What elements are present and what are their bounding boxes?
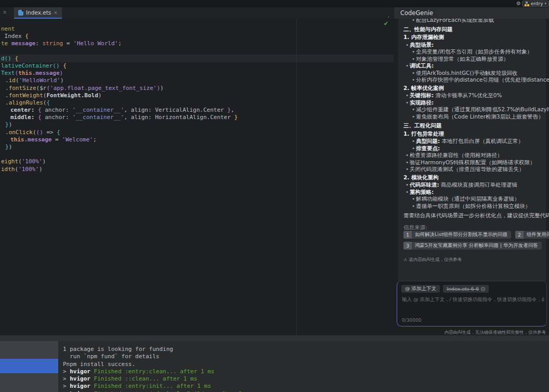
warning-icon: ⚠ — [403, 257, 407, 262]
code-token: ) — [43, 158, 46, 165]
source-chip[interactable]: 3鸿蒙5开发宝藏案例分享 分析帧率问题 | 华为开发者问答 — [403, 242, 542, 250]
code-token: , — [124, 107, 131, 113]
code-line: middle: { anchor: '__container__', align… — [1, 114, 238, 121]
chat-input-box[interactable]: @ 添加上下文 Index.ets 6-6 输入 @ 添加上下文，/ 快速切换功… — [397, 281, 547, 326]
context-chip-row: @ 添加上下文 Index.ets 6-6 — [401, 285, 489, 293]
code-token: VerticalAlign.Center — [155, 107, 224, 113]
settings-gear-icon[interactable]: ⚙ — [516, 1, 521, 7]
source-chip-row: 3鸿蒙5开发宝藏案例分享 分析帧率问题 | 华为开发者问答 — [403, 242, 549, 250]
code-token: alignRules — [9, 99, 43, 106]
run-config-label: entry — [531, 1, 543, 6]
code-token: onClick — [9, 129, 33, 136]
tab-index-ets[interactable]: Index.ets × — [14, 7, 62, 19]
bullet-item: 关闭代码混淆测试（排查压缩导致的逻辑丢失） — [403, 166, 549, 173]
assistant-panel-header: CodeGenie — [394, 7, 549, 19]
code-token: id — [9, 77, 16, 84]
terminal-token: hvigor — [70, 375, 94, 382]
code-token: anchor: — [45, 114, 72, 121]
bullet-label: 关键指标: — [410, 92, 434, 98]
code-token: . — [5, 99, 9, 106]
code-editor[interactable]: ✔ nent Index {te message: string = 'Hell… — [0, 19, 394, 335]
panel-separator[interactable] — [0, 335, 549, 341]
code-token: align: — [131, 107, 155, 113]
section-heading: 2. 模块化重构 — [403, 174, 549, 181]
tab-close-icon[interactable]: × — [54, 10, 58, 15]
code-token: 'HelloWorld' — [19, 77, 60, 84]
window-top-bar: ⚙ entry ▾ — [0, 0, 549, 7]
code-token: center: — [10, 107, 38, 113]
run-config-selector[interactable]: entry ▾ — [522, 1, 549, 7]
code-token: ) — [9, 121, 12, 128]
code-line: te message: string = 'Hello World'; — [1, 40, 238, 47]
bullet-item: 典型问题: 本地打包后白屏（真机调试正常） — [403, 138, 549, 145]
section-heading: 1. 内存泄漏检测 — [403, 34, 549, 41]
code-token: ; — [118, 40, 122, 47]
terminal-token: 1 package is looking for funding — [63, 346, 173, 352]
code-token: ) — [9, 143, 12, 150]
terminal-panel[interactable]: 1 package is looking for funding run `np… — [0, 341, 549, 392]
section-heading: 三、工程化问题 — [403, 122, 549, 129]
code-token: idth — [1, 166, 15, 173]
source-number: 2 — [515, 231, 524, 239]
code-token: string — [42, 40, 63, 47]
code-token: $r — [40, 85, 46, 92]
code-token: } — [231, 114, 238, 121]
code-token: } — [224, 107, 231, 113]
terminal-token: > — [63, 375, 70, 382]
code-token: ( — [16, 77, 19, 84]
bullet-item: 配合LazyForEach实现按需加载 — [403, 19, 549, 24]
ets-file-icon — [18, 10, 23, 16]
code-line: .fontSize($r('app.float.page_text_font_s… — [1, 85, 238, 92]
code-line: Text(this.message) — [1, 70, 238, 77]
bullet-item: 对象池管理异常（如未正确释放资源） — [403, 56, 549, 63]
code-token: ( — [33, 129, 36, 136]
terminal-token: > — [63, 368, 70, 375]
prev-tab-close-icon[interactable]: × — [3, 9, 7, 15]
eye-icon[interactable] — [481, 287, 485, 291]
code-token: nent — [1, 25, 15, 32]
file-context-chip[interactable]: Index.ets 6-6 — [443, 285, 489, 293]
code-token: = — [51, 136, 62, 143]
terminal-token: hvigor — [70, 368, 94, 375]
code-token: '100%' — [22, 158, 43, 165]
code-token: { — [38, 107, 45, 113]
paragraph: 需要结合具体代码场景进一步分析优化点，建议提供完整代码片段以便精准定位问题 — [403, 212, 549, 219]
source-chips: 1如何解决List组件部分分割线不显示的问题2组件复用问题诊断分析3鸿蒙5开发宝… — [403, 231, 549, 253]
bullet-label: 实现路径: — [410, 99, 434, 106]
terminal-token: Pnpm install success. — [63, 361, 135, 368]
code-token: lativeContainer() — [1, 62, 63, 69]
code-token: '__container__' — [72, 107, 124, 113]
code-token: => — [43, 129, 57, 136]
code-line — [1, 151, 238, 158]
code-token: , — [231, 107, 234, 113]
terminal-token: Finished :entry:clean... after 1 ms — [94, 368, 215, 375]
selected-list-item[interactable] — [0, 359, 58, 373]
code-token: { — [38, 114, 45, 121]
terminal-line: run `npm fund` for details — [63, 353, 252, 360]
code-token: Index — [1, 33, 25, 40]
code-line: }) — [1, 121, 238, 128]
bullet-item: 排查要点: — [403, 145, 549, 152]
bullet-item: 减少组件重建（通过复用机制降低52.7%的BuildLazyItem耗时） — [403, 106, 549, 113]
code-token: { — [15, 55, 19, 62]
code-token: () — [36, 129, 43, 136]
add-context-chip[interactable]: @ 添加上下文 — [401, 285, 440, 293]
chat-input-placeholder[interactable]: 输入 @ 添加上下文，/ 快速切换功能指令，快速切换功能指令，此功能会上传代码 — [402, 296, 544, 303]
source-chip[interactable]: 1如何解决List组件部分分割线不显示的问题 — [403, 231, 511, 239]
code-token: } — [5, 143, 9, 150]
code-line: .fontWeight(FontWeight.Bold) — [1, 92, 238, 99]
source-chip[interactable]: 2组件复用问题诊断分析 — [515, 231, 549, 239]
code-line: .alignRules({ — [1, 99, 238, 107]
code-token: message — [11, 40, 35, 47]
code-token: middle: — [10, 114, 38, 121]
source-title: 组件复用问题诊断分析 — [527, 231, 549, 238]
code-token: ) — [98, 92, 102, 99]
code-token: 'app.float.page_text_font_size' — [50, 85, 156, 92]
terminal-line: > hvigor Finished :entry:init... after 1… — [63, 383, 252, 390]
terminal-token: Finished :entry:init... after 1 ms — [94, 383, 211, 389]
inspection-status-icon[interactable]: ✔ — [384, 20, 388, 27]
code-line: nent — [1, 25, 238, 33]
bullet-item: 解耦功能模块（通过中间层隔离业务逻辑） — [403, 195, 549, 203]
code-line: d() { — [1, 55, 238, 62]
code-token: fontWeight — [9, 92, 43, 99]
